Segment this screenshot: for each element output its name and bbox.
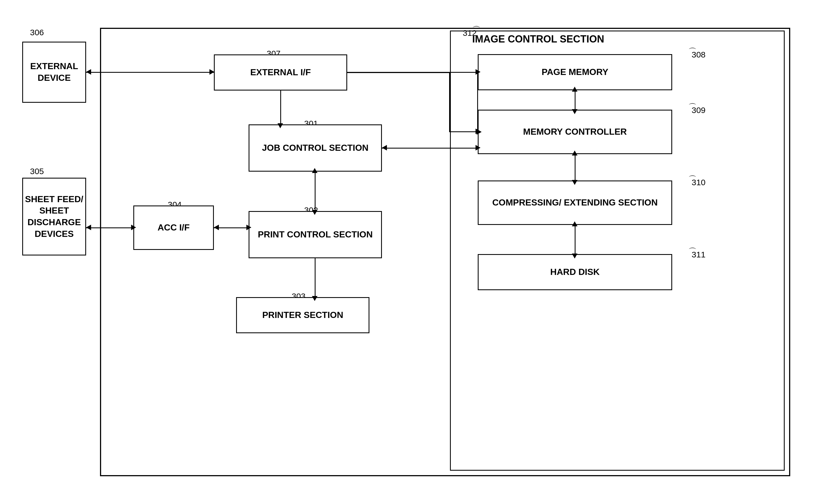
- image-control-box: [450, 31, 785, 471]
- arrow-jc-mc-h: [382, 148, 478, 149]
- arrowhead-extdev-extif-l: [86, 69, 91, 75]
- arrowhead-pm-mc-down: [572, 109, 577, 114]
- arrowhead-accif-sf-r: [131, 225, 136, 230]
- line-extif-right: [347, 72, 450, 73]
- arrowhead-pc-ps-d: [312, 296, 317, 301]
- print-control-box: PRINT CONTROL SECTION: [249, 211, 382, 258]
- arrowhead-extif-mc-final: [476, 129, 481, 134]
- sheet-feed-box: SHEET FEED/ SHEET DISCHARGE DEVICES: [22, 178, 86, 255]
- arrowhead-extif-jc-d: [277, 123, 283, 128]
- external-device-box: EXTERNAL DEVICE: [22, 42, 86, 103]
- arrowhead-comp-hd-down: [572, 254, 577, 259]
- external-if-label: EXTERNAL I/F: [250, 67, 311, 78]
- arrowhead-mc-comp-down: [572, 180, 577, 185]
- arrowhead-comp-hd-up: [572, 221, 577, 226]
- arrow-pm-mc: [575, 90, 576, 110]
- hard-disk-label: HARD DISK: [550, 266, 600, 278]
- arrowhead-extif-mc-r: [476, 69, 481, 75]
- arrow-mc-comp: [575, 154, 576, 181]
- external-if-box: EXTERNAL I/F: [214, 54, 347, 91]
- acc-if-box: ACC I/F: [133, 205, 214, 250]
- arrow-pc-accif-h: [214, 227, 249, 228]
- print-control-label: PRINT CONTROL SECTION: [258, 229, 373, 240]
- arrow-comp-hd: [575, 225, 576, 255]
- arrowhead-jc-pc-d: [312, 210, 317, 215]
- line-extif-mc-in: [449, 131, 478, 132]
- arrowhead-jc-mc-l: [382, 145, 387, 151]
- line-extif-down: [449, 72, 450, 132]
- arrowhead-pm-mc-up: [572, 87, 577, 92]
- memory-controller-box: MEMORY CONTROLLER: [478, 110, 672, 154]
- ref-305: 305: [30, 167, 44, 176]
- printer-section-box: PRINTER SECTION: [236, 297, 369, 333]
- job-control-box: JOB CONTROL SECTION: [249, 124, 382, 172]
- arrowhead-pc-accif-r: [246, 225, 251, 230]
- job-control-label: JOB CONTROL SECTION: [262, 142, 368, 154]
- ref-306: 306: [30, 28, 44, 37]
- arrow-jc-pc-v: [315, 172, 316, 211]
- compressing-box: COMPRESSING/ EXTENDING SECTION: [478, 180, 672, 225]
- acc-if-label: ACC I/F: [157, 222, 190, 234]
- arrowhead-jc-pc-u: [312, 168, 317, 173]
- arrowhead-accif-sf-l: [86, 225, 91, 230]
- printer-section-label: PRINTER SECTION: [262, 309, 343, 321]
- page-memory-label: PAGE MEMORY: [542, 66, 608, 78]
- arrowhead-mc-comp-up: [572, 151, 577, 156]
- arrowhead-pc-accif-l: [214, 225, 219, 230]
- arrow-accif-sf-h: [86, 227, 133, 228]
- diagram: 312 ⌒ IMAGE CONTROL SECTION 308 ⌒ PAGE M…: [11, 11, 807, 493]
- page-memory-box: PAGE MEMORY: [478, 54, 672, 90]
- arrow-extif-jc-v: [280, 91, 281, 124]
- arrowhead-jc-mc-r: [476, 145, 481, 151]
- arrow-extdev-extif: [86, 72, 214, 73]
- hard-disk-box: HARD DISK: [478, 254, 672, 290]
- sheet-feed-label: SHEET FEED/ SHEET DISCHARGE DEVICES: [23, 194, 85, 240]
- arrow-pc-ps-v: [315, 258, 316, 297]
- arrowhead-extdev-extif-r: [209, 69, 214, 75]
- external-device-label: EXTERNAL DEVICE: [23, 61, 85, 84]
- compressing-label: COMPRESSING/ EXTENDING SECTION: [492, 197, 658, 209]
- memory-controller-label: MEMORY CONTROLLER: [523, 126, 627, 138]
- arrow-extif-mc-v: [477, 72, 478, 132]
